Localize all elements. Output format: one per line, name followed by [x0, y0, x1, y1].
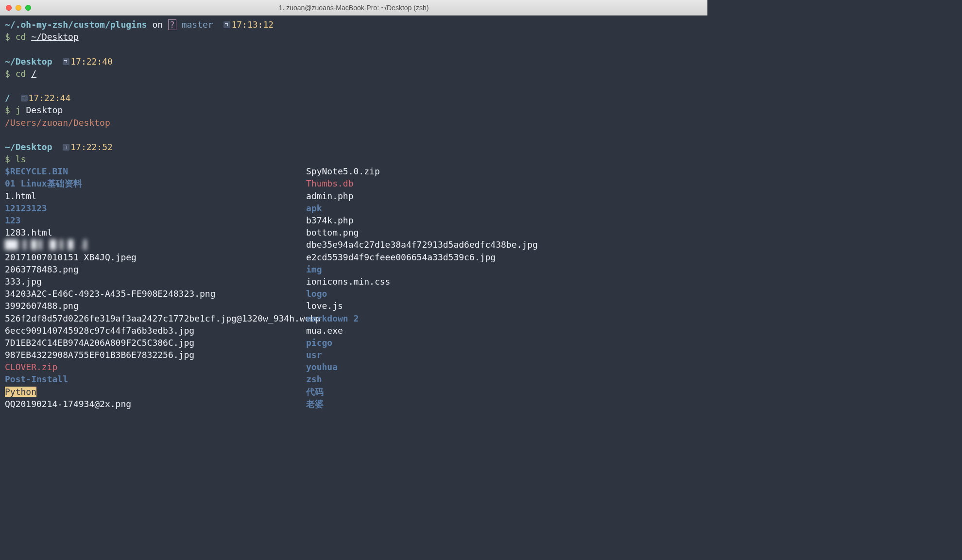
file-name: CLOVER.zip — [5, 362, 57, 372]
ls-entry: youhua — [306, 361, 703, 373]
command-arg: ~/Desktop — [31, 32, 79, 42]
ls-entry: apk — [306, 202, 703, 214]
prompt-symbol: $ — [5, 154, 16, 164]
clock-icon — [21, 95, 28, 102]
close-button[interactable] — [6, 5, 12, 11]
branch-mark: ? — [168, 19, 176, 30]
file-name: bottom.png — [306, 227, 359, 238]
ls-entry: usr — [306, 349, 703, 361]
command-line: $ cd ~/Desktop — [5, 31, 703, 43]
ls-entry: $RECYCLE.BIN — [5, 165, 306, 177]
ls-entry: 1283.html — [5, 226, 306, 238]
ls-entry: bottom.png — [306, 226, 703, 238]
ls-entry: admin.php — [306, 190, 703, 202]
blank-line — [5, 80, 703, 92]
timestamp: 17:13:12 — [231, 19, 274, 30]
ls-entry: 代码 — [306, 386, 703, 398]
ls-entry: Post-Install — [5, 373, 306, 385]
file-name: 1283.html — [5, 227, 52, 238]
ls-entry: e2cd5539d4f9cfeee006654a33d539c6.jpg — [306, 251, 703, 263]
ls-column-1: $RECYCLE.BIN01 Linux基础资料1.html1212312312… — [5, 165, 306, 410]
cwd-path: / — [5, 93, 10, 103]
command-line: $ cd / — [5, 68, 703, 80]
file-name: $RECYCLE.BIN — [5, 166, 68, 176]
ls-entry: love.js — [306, 300, 703, 312]
file-name: img — [306, 264, 322, 274]
clock-icon — [63, 58, 69, 65]
ls-entry: 1.html — [5, 190, 306, 202]
prompt-line: ~/Desktop 17:22:52 — [5, 141, 703, 153]
prompt-line: / 17:22:44 — [5, 92, 703, 104]
ls-entry: 7D1EB24C14EB974A206A809F2C5C386C.jpg — [5, 337, 306, 349]
file-name: logo — [306, 288, 327, 299]
ls-entry: ██▌▐ █▐ ▐▊▐ █ .▌ — [5, 238, 306, 251]
file-name: b374k.php — [306, 215, 354, 225]
titlebar: 1. zuoan@zuoans-MacBook-Pro: ~/Desktop (… — [0, 0, 707, 16]
ls-entry: 老婆 — [306, 398, 703, 410]
timestamp: 17:22:52 — [70, 142, 113, 152]
ls-entry: 333.jpg — [5, 275, 306, 288]
command-line: $ j Desktop — [5, 104, 703, 116]
blank-line — [5, 43, 703, 55]
file-name: 6ecc909140745928c97c44f7a6b3edb3.jpg — [5, 325, 194, 336]
file-name: 1.html — [5, 191, 36, 201]
on-text: on — [147, 19, 168, 30]
file-name: zsh — [306, 374, 322, 384]
cwd-path: ~/Desktop — [5, 142, 52, 152]
minimize-button[interactable] — [16, 5, 21, 11]
ls-entry: dbe35e94a4c27d1e38a4f72913d5ad6edfc438be… — [306, 238, 703, 251]
clock-icon — [223, 21, 230, 28]
command-arg: Desktop — [26, 105, 63, 115]
blank-line — [5, 129, 703, 141]
command-output: /Users/zuoan/Desktop — [5, 117, 703, 129]
file-name: dbe35e94a4c27d1e38a4f72913d5ad6edfc438be… — [306, 239, 538, 250]
file-name: 333.jpg — [5, 276, 42, 287]
ls-entry: Thumbs.db — [306, 177, 703, 189]
ls-entry: 12123123 — [5, 202, 306, 214]
file-name: love.js — [306, 301, 343, 311]
file-name: apk — [306, 203, 322, 213]
maximize-button[interactable] — [25, 5, 31, 11]
command: cd — [16, 32, 32, 42]
ls-entry: 20171007010151_XB4JQ.jpeg — [5, 251, 306, 263]
file-name: 老婆 — [306, 399, 324, 409]
file-name: 987EB4322908A755EF01B3B6E7832256.jpg — [5, 350, 194, 360]
command: cd — [16, 68, 32, 79]
file-name: 7D1EB24C14EB974A206A809F2C5C386C.jpg — [5, 338, 194, 348]
file-name: 3992607488.png — [5, 301, 79, 311]
file-name: 2063778483.png — [5, 264, 79, 274]
ls-entry: zsh — [306, 373, 703, 385]
command: ls — [16, 154, 26, 164]
prompt-line: ~/Desktop 17:22:40 — [5, 55, 703, 68]
file-name: usr — [306, 350, 322, 360]
ls-entry: SpyNote5.0.zip — [306, 165, 703, 177]
file-name: e2cd5539d4f9cfeee006654a33d539c6.jpg — [306, 252, 496, 262]
ls-entry: 01 Linux基础资料 — [5, 177, 306, 189]
file-name: 代码 — [306, 387, 324, 397]
file-name: 20171007010151_XB4JQ.jpeg — [5, 252, 137, 262]
file-name: 526f2df8d57d0226fe319af3aa2427c1772be1cf… — [5, 313, 321, 323]
file-name: youhua — [306, 362, 338, 372]
ls-entry: logo — [306, 288, 703, 300]
file-name: admin.php — [306, 191, 354, 201]
ls-entry: 34203A2C-E46C-4923-A435-FE908E248323.png — [5, 288, 306, 300]
command-arg: / — [31, 68, 36, 79]
prompt-symbol: $ — [5, 68, 16, 79]
ls-entry: img — [306, 263, 703, 275]
ls-column-2: SpyNote5.0.zipThumbs.dbadmin.phpapkb374k… — [306, 165, 703, 410]
ls-entry: CLOVER.zip — [5, 361, 306, 373]
file-name: SpyNote5.0.zip — [306, 166, 380, 176]
cwd-path: ~/.oh-my-zsh/custom/plugins — [5, 19, 147, 30]
ls-output: $RECYCLE.BIN01 Linux基础资料1.html1212312312… — [5, 165, 703, 410]
ls-entry: markdown 2 — [306, 312, 703, 324]
command: j — [16, 105, 26, 115]
ls-entry: 123 — [5, 214, 306, 226]
file-name: 34203A2C-E46C-4923-A435-FE908E248323.png — [5, 288, 215, 299]
ls-entry: 987EB4322908A755EF01B3B6E7832256.jpg — [5, 349, 306, 361]
ls-entry: b374k.php — [306, 214, 703, 226]
file-name: 12123123 — [5, 203, 47, 213]
terminal-content[interactable]: ~/.oh-my-zsh/custom/plugins on ? master … — [0, 16, 707, 413]
file-name: mua.exe — [306, 325, 343, 336]
branch-name: master — [176, 19, 213, 30]
file-name: 01 Linux基础资料 — [5, 178, 82, 188]
